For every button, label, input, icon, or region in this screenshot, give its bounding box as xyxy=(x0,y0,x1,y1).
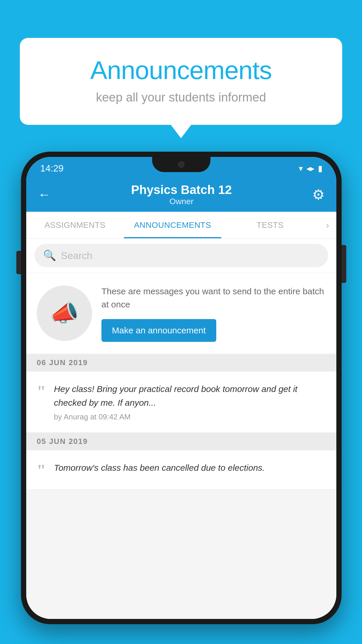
settings-icon[interactable]: ⚙ xyxy=(312,186,325,203)
battery-icon: ▮ xyxy=(318,164,322,173)
announcement-item-2[interactable]: " Tomorrow's class has been cancelled du… xyxy=(26,451,336,489)
promo-content: These are messages you want to send to t… xyxy=(101,285,326,342)
tabs-bar: ASSIGNMENTS ANNOUNCEMENTS TESTS › xyxy=(26,212,336,239)
search-bar-container: 🔍 Search xyxy=(26,239,336,272)
search-icon: 🔍 xyxy=(43,249,56,262)
date-separator-1: 06 JUN 2019 xyxy=(26,354,336,371)
wifi-icon: ▾ xyxy=(299,164,303,173)
promo-description: These are messages you want to send to t… xyxy=(101,285,326,311)
header-center: Physics Batch 12 Owner xyxy=(131,183,232,206)
phone-mockup: 14:29 ▾ ◂▸ ▮ ← Physics Batch 12 Owner ⚙ xyxy=(21,152,342,624)
status-time: 14:29 xyxy=(40,163,64,174)
back-button[interactable]: ← xyxy=(38,187,51,202)
quote-icon-1: " xyxy=(37,384,46,400)
tab-assignments[interactable]: ASSIGNMENTS xyxy=(26,212,124,238)
announcement-text-2: Tomorrow's class has been cancelled due … xyxy=(54,461,265,475)
date-separator-2: 05 JUN 2019 xyxy=(26,433,336,450)
signal-icon: ◂▸ xyxy=(306,164,314,173)
announcement-meta-1: by Anurag at 09:42 AM xyxy=(54,412,326,421)
tab-tests[interactable]: TESTS xyxy=(221,212,319,238)
tab-more-icon[interactable]: › xyxy=(319,220,336,230)
bubble-title: Announcements xyxy=(31,55,331,85)
speech-bubble-section: Announcements keep all your students inf… xyxy=(20,38,342,125)
bubble-subtitle: keep all your students informed xyxy=(31,90,331,104)
phone-outer-shell: 14:29 ▾ ◂▸ ▮ ← Physics Batch 12 Owner ⚙ xyxy=(21,152,342,624)
announcement-content-2: Tomorrow's class has been cancelled due … xyxy=(54,461,265,478)
phone-notch xyxy=(152,157,210,172)
phone-screen: 14:29 ▾ ◂▸ ▮ ← Physics Batch 12 Owner ⚙ xyxy=(26,157,336,619)
front-camera xyxy=(178,161,184,168)
announcement-text-1: Hey class! Bring your practical record b… xyxy=(54,382,326,410)
header-title: Physics Batch 12 xyxy=(131,183,232,197)
quote-icon-2: " xyxy=(37,462,46,479)
announcement-content-1: Hey class! Bring your practical record b… xyxy=(54,382,326,421)
header-subtitle: Owner xyxy=(131,197,232,206)
search-bar[interactable]: 🔍 Search xyxy=(34,244,328,267)
search-placeholder: Search xyxy=(61,250,92,261)
app-header: ← Physics Batch 12 Owner ⚙ xyxy=(26,177,336,212)
megaphone-circle: 📣 xyxy=(37,286,92,341)
announcement-item-1[interactable]: " Hey class! Bring your practical record… xyxy=(26,372,336,432)
megaphone-icon: 📣 xyxy=(50,300,79,327)
promo-card: 📣 These are messages you want to send to… xyxy=(26,273,336,354)
tab-announcements[interactable]: ANNOUNCEMENTS xyxy=(124,212,222,238)
content-area: 🔍 Search 📣 These are messages you want t… xyxy=(26,239,336,619)
make-announcement-button[interactable]: Make an announcement xyxy=(101,319,216,342)
speech-bubble-card: Announcements keep all your students inf… xyxy=(20,38,342,125)
status-icons: ▾ ◂▸ ▮ xyxy=(299,164,322,173)
